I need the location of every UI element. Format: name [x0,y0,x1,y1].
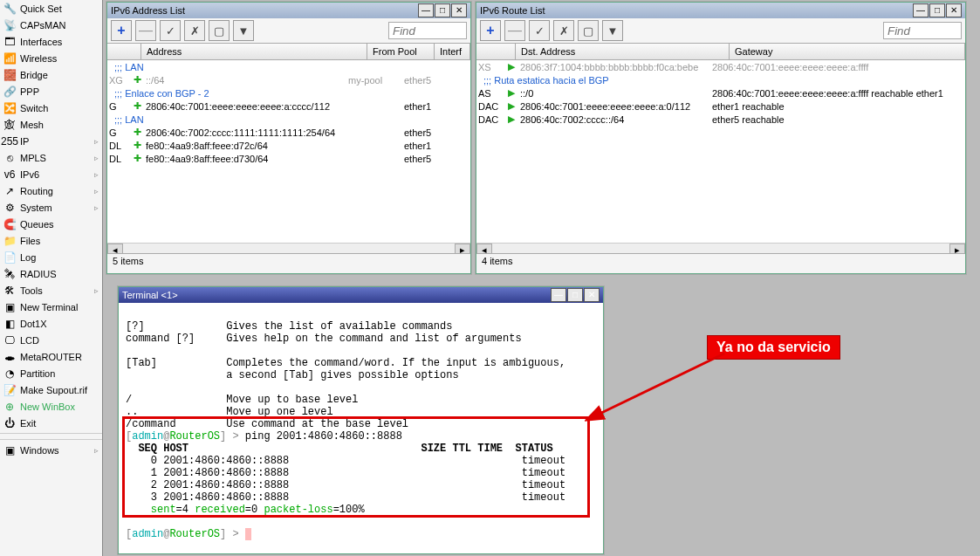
sidebar-item-system[interactable]: ⚙System▹ [0,199,102,216]
col-interface[interactable]: Interf [435,44,470,59]
sidebar-item-dot1x[interactable]: ◧Dot1X [0,315,102,332]
maximize-button[interactable]: □ [567,288,583,302]
filter-button[interactable]: ▼ [233,20,254,41]
table-row[interactable]: DAC▶2806:40c:7001:eeee:eeee:eeee:a:0/112… [476,100,965,113]
menu-icon: 📁 [3,235,16,247]
comment-button[interactable]: ▢ [209,20,230,41]
minimize-button[interactable]: — [551,288,566,302]
menu-icon: ⎋ [3,152,16,164]
submenu-indicator: ▹ [94,203,99,212]
sidebar-item-radius[interactable]: 🛰RADIUS [0,265,102,282]
col-gateway[interactable]: Gateway [730,44,965,59]
col-address[interactable]: Address [141,44,367,59]
remove-button[interactable]: — [504,20,525,41]
close-button[interactable]: ✕ [451,3,467,17]
sidebar-label: Mesh [20,120,44,130]
add-button[interactable]: + [480,20,501,41]
sidebar-item-make-supout-rif[interactable]: 📝Make Supout.rif [0,381,102,398]
menu-icon: ▣ [3,301,16,313]
find-input[interactable] [883,22,962,39]
sidebar-item-bridge[interactable]: 🧱Bridge [0,66,102,83]
menu-icon: v6 [3,168,16,181]
menu-icon: 📄 [3,251,16,264]
close-button[interactable]: ✕ [946,3,962,17]
col-dst[interactable]: Dst. Address [516,44,730,59]
remove-button[interactable]: — [135,20,156,41]
sidebar-item-quick-set[interactable]: 🔧Quick Set [0,0,102,17]
sidebar-label: New Terminal [20,302,78,312]
sidebar-item-mesh[interactable]: 🕸Mesh [0,116,102,133]
sidebar-item-routing[interactable]: ↗Routing▹ [0,182,102,199]
find-input[interactable] [388,22,467,39]
table-row[interactable]: G✚2806:40c:7002:cccc:1111:1111:1111:254/… [107,126,470,139]
highlight-box [122,416,590,518]
sidebar-item-ip[interactable]: 255IP▹ [0,133,102,149]
sidebar-item-windows[interactable]: ▣ Windows ▹ [0,442,102,458]
menu-icon: 🖵 [3,334,16,347]
sidebar-item-lcd[interactable]: 🖵LCD [0,332,102,348]
menu-icon: 🧱 [3,69,16,81]
disable-button[interactable]: ✗ [184,20,205,41]
submenu-indicator: ▹ [94,154,99,162]
sidebar-item-capsman[interactable]: 📡CAPsMAN [0,17,102,33]
menu-icon: ⚙ [3,202,16,214]
sidebar-label: Quick Set [20,3,62,14]
table-row[interactable]: AS▶::/02806:40c:7001:eeee:eeee:eeee:a:ff… [476,86,965,100]
enable-button[interactable]: ✓ [529,20,550,41]
window-title: Terminal <1> [122,290,178,300]
table-row[interactable]: ;;; LAN [107,60,470,73]
status-bar: 5 items [107,253,470,273]
sidebar-item-new-winbox[interactable]: ⊕New WinBox [0,398,102,415]
terminal-window: Terminal <1> — □ ✕ [?] Gives the list of… [118,286,604,554]
menu-icon: 🗔 [3,36,16,48]
maximize-button[interactable]: □ [929,3,945,17]
table-row[interactable]: DL✚fe80::4aa9:8aff:feee:d730/64ether5 [107,152,470,165]
sidebar-item-exit[interactable]: ⏻Exit [0,415,102,431]
sidebar-item-interfaces[interactable]: 🗔Interfaces [0,33,102,50]
col-flags[interactable] [107,44,141,59]
sidebar-item-log[interactable]: 📄Log [0,249,102,265]
comment-button[interactable]: ▢ [578,20,599,41]
table-row[interactable]: ;;; Enlace con BGP - 2 [107,86,470,100]
sidebar-label: Exit [20,418,36,429]
sidebar-item-ppp[interactable]: 🔗PPP [0,83,102,100]
add-button[interactable]: + [111,20,132,41]
menu-icon: ⏻ [3,417,16,429]
submenu-indicator: ▹ [94,446,99,455]
table-row[interactable]: XG✚::/64my-poolether5 [107,73,470,86]
table-row[interactable]: ;;; Ruta estatica hacia el BGP [476,73,965,86]
titlebar[interactable]: Terminal <1> — □ ✕ [119,287,603,303]
enable-button[interactable]: ✓ [160,20,181,41]
filter-button[interactable]: ▼ [602,20,623,41]
sidebar-item-metarouter[interactable]: 🕳MetaROUTER [0,348,102,365]
sidebar-item-files[interactable]: 📁Files [0,232,102,249]
table-row[interactable]: XS▶2806:3f7:1004:bbbb:bbbb:bbbb:f0ca:beb… [476,60,965,73]
minimize-button[interactable]: — [913,3,929,17]
maximize-button[interactable]: □ [435,3,450,17]
titlebar[interactable]: IPv6 Route List — □ ✕ [476,3,965,18]
col-flags[interactable] [476,44,516,59]
menu-icon: 📝 [3,384,16,396]
table-row[interactable]: ;;; LAN [107,113,470,126]
minimize-button[interactable]: — [418,3,434,17]
disable-button[interactable]: ✗ [553,20,574,41]
table-row[interactable]: G✚2806:40c:7001:eeee:eeee:eeee:a:cccc/11… [107,100,470,113]
sidebar-item-ipv6[interactable]: v6IPv6▹ [0,166,102,182]
close-button[interactable]: ✕ [584,288,600,302]
titlebar[interactable]: IPv6 Address List — □ ✕ [107,3,470,18]
sidebar-item-wireless[interactable]: 📶Wireless [0,50,102,66]
sidebar-divider [0,433,102,440]
sidebar-item-mpls[interactable]: ⎋MPLS▹ [0,149,102,166]
col-from-pool[interactable]: From Pool [367,44,435,59]
table-row[interactable]: DAC▶2806:40c:7002:cccc::/64ether5 reacha… [476,113,965,126]
menu-icon: 🕳 [3,351,16,363]
sidebar-item-new-terminal[interactable]: ▣New Terminal [0,299,102,315]
terminal-body[interactable]: [?] Gives the list of available commands… [119,303,603,556]
sidebar-item-partition[interactable]: ◔Partition [0,365,102,381]
submenu-indicator: ▹ [94,170,99,179]
sidebar-item-tools[interactable]: 🛠Tools▹ [0,282,102,299]
table-row[interactable]: DL✚fe80::4aa9:8aff:feee:d72c/64ether1 [107,139,470,152]
sidebar-item-queues[interactable]: 🧲Queues [0,216,102,232]
sidebar-item-switch[interactable]: 🔀Switch [0,100,102,116]
menu-icon: 🔧 [3,3,16,15]
